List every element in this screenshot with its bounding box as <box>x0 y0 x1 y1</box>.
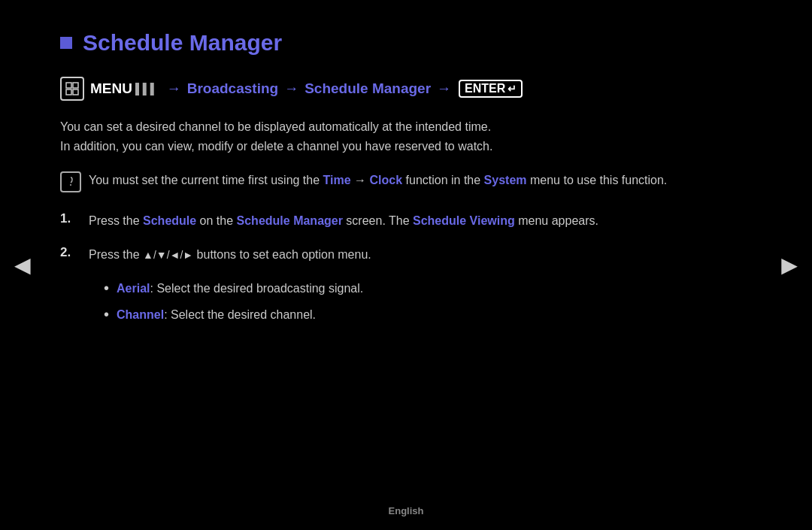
note-text: You must set the current time first usin… <box>89 171 667 190</box>
step-1-schedule-viewing: Schedule Viewing <box>413 214 515 227</box>
description-line1: You can set a desired channel to be disp… <box>60 120 491 133</box>
bullet-aerial-text: Aerial: Select the desired broadcasting … <box>117 279 363 298</box>
step-1-number: 1. <box>60 211 80 226</box>
step-2-before: Press the <box>89 248 143 261</box>
step-1-text: Press the Schedule on the Schedule Manag… <box>89 210 598 231</box>
title-row: Schedule Manager <box>60 30 752 56</box>
menu-separator-1: ▌▌▌ <box>135 83 158 95</box>
note-row: You must set the current time first usin… <box>60 171 752 192</box>
channel-text: : Select the desired channel. <box>164 308 316 321</box>
bullet-dot-2: • <box>104 305 109 323</box>
bullet-item-aerial: • Aerial: Select the desired broadcastin… <box>104 279 752 298</box>
enter-label: ENTER <box>465 82 505 95</box>
bullet-item-channel: • Channel: Select the desired channel. <box>104 305 752 325</box>
menu-arrow-2: → <box>284 80 298 97</box>
description: You can set a desired channel to be disp… <box>60 117 752 156</box>
step-2: 2. Press the ▲/▼/◄/► buttons to set each… <box>60 244 752 265</box>
svg-rect-1 <box>73 83 78 88</box>
aerial-text: : Select the desired broadcasting signal… <box>150 282 363 295</box>
note-clock: Clock <box>370 174 403 186</box>
broadcasting-label: Broadcasting <box>187 80 278 97</box>
note-text-end: menu to use this function. <box>527 174 668 186</box>
title-square-icon <box>60 37 72 49</box>
footer: English <box>0 505 812 516</box>
svg-point-4 <box>70 184 71 186</box>
step-1-schedule-manager: Schedule Manager <box>237 214 343 227</box>
svg-rect-0 <box>66 83 71 88</box>
step-1-mid: on the <box>196 214 236 227</box>
description-line2: In addition, you can view, modify or del… <box>60 140 492 153</box>
step-2-number: 2. <box>60 245 80 260</box>
nav-right-button[interactable]: ► <box>767 242 812 289</box>
enter-arrow-icon: ↵ <box>508 83 517 95</box>
note-text-after: function in the <box>402 174 484 186</box>
step-1: 1. Press the Schedule on the Schedule Ma… <box>60 210 752 231</box>
step-1-schedule: Schedule <box>143 214 196 227</box>
step-2-text: Press the ▲/▼/◄/► buttons to set each op… <box>89 244 371 265</box>
step-2-direction-symbols: ▲/▼/◄/► <box>143 249 193 261</box>
menu-path-row: MENU ▌▌▌ → Broadcasting → Schedule Manag… <box>60 77 752 101</box>
note-time: Time <box>323 174 351 186</box>
aerial-label: Aerial <box>117 282 150 295</box>
step-1-end: menu appears. <box>515 214 598 227</box>
bullet-channel-text: Channel: Select the desired channel. <box>117 305 316 325</box>
left-arrow-icon: ◄ <box>9 250 36 280</box>
menu-icon <box>60 77 84 101</box>
note-text-before: You must set the current time first usin… <box>89 174 323 186</box>
bullet-list: • Aerial: Select the desired broadcastin… <box>104 279 752 325</box>
page-title: Schedule Manager <box>83 30 282 56</box>
menu-label: MENU <box>90 80 132 97</box>
menu-arrow-3: → <box>437 80 451 97</box>
svg-rect-3 <box>73 89 78 95</box>
note-arrow: → <box>351 174 370 186</box>
schedule-manager-label: Schedule Manager <box>304 80 431 97</box>
step-2-after: buttons to set each option menu. <box>193 248 371 261</box>
channel-label: Channel <box>117 308 164 321</box>
step-1-after: screen. The <box>343 214 413 227</box>
main-content: Schedule Manager MENU ▌▌▌ → Broadcasting… <box>45 0 767 530</box>
enter-icon: ENTER ↵ <box>459 80 523 98</box>
menu-arrow-1: → <box>167 80 181 97</box>
note-system: System <box>484 174 527 186</box>
bullet-dot-1: • <box>104 279 109 297</box>
footer-language: English <box>389 505 424 516</box>
svg-rect-2 <box>66 89 71 95</box>
nav-left-button[interactable]: ◄ <box>0 242 45 289</box>
step-1-before: Press the <box>89 214 143 227</box>
note-icon <box>60 171 81 192</box>
right-arrow-icon: ► <box>776 250 803 280</box>
